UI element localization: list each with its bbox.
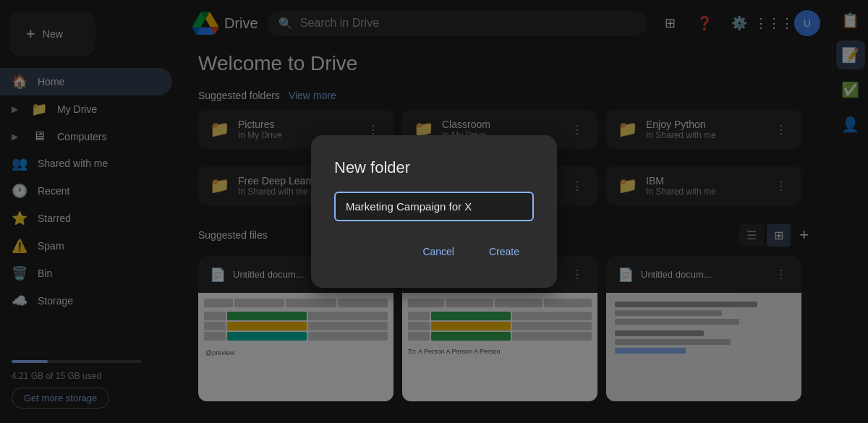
modal-overlay[interactable]: New folder Cancel Create xyxy=(0,0,868,423)
modal-title: New folder xyxy=(334,158,534,177)
folder-name-input[interactable] xyxy=(334,192,534,221)
modal-actions: Cancel Create xyxy=(334,239,534,265)
modal-cancel-button[interactable]: Cancel xyxy=(408,239,469,265)
modal-create-button[interactable]: Create xyxy=(475,239,534,265)
new-folder-modal: New folder Cancel Create xyxy=(311,135,557,288)
